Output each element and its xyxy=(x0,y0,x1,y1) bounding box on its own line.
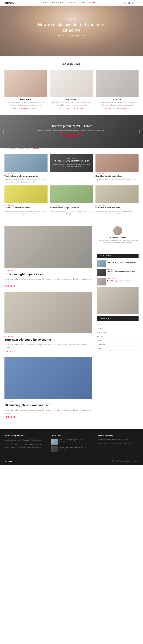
author-pinterest-icon[interactable]: p xyxy=(120,245,121,247)
post-excerpt-relationship: Lorem ipsum dolor sit amet, consectetur … xyxy=(52,163,91,168)
latest-post-thumb-1 xyxy=(97,260,106,267)
blogger-card-1: Dany Martin Quis ut enim ad minim quis n… xyxy=(4,70,47,109)
post-img-store xyxy=(96,186,138,203)
nav-link-categories[interactable]: Categories xyxy=(51,2,63,4)
breadcrumb-photography[interactable]: Photography xyxy=(8,148,16,149)
footer-latest-info-1: The 2016 world photography awards May 12… xyxy=(59,438,84,444)
post-title-fruitbar[interactable]: Fruit bar launches new flavor xyxy=(4,206,48,209)
menu-icon[interactable]: ☰ xyxy=(136,2,138,4)
scroll-down-icon[interactable]: ⌄ xyxy=(33,40,110,43)
post-title-store[interactable]: Our store is back and fresh xyxy=(96,206,138,209)
cart-icon[interactable]: 🛒 xyxy=(132,2,135,4)
nav-link-features[interactable]: Features xyxy=(66,2,76,4)
footer-thumb-2 xyxy=(51,446,58,452)
category-lifestyle[interactable]: Lifestyle xyxy=(97,326,138,330)
blogger-facebook-3[interactable]: Facebook xyxy=(112,108,121,109)
post-img-bluelight xyxy=(96,154,138,172)
blogger-facebook-2[interactable]: Facebook xyxy=(67,108,76,109)
blogger-twitter-3[interactable]: Twitter xyxy=(104,108,112,109)
hero-title: How to make people find you more attract… xyxy=(33,22,110,33)
nav-link-contact[interactable]: Contact xyxy=(88,2,97,4)
blogger-facebook-1[interactable]: Facebook xyxy=(21,108,30,109)
footer: Animos Blog Theme A sophisticated and re… xyxy=(0,429,143,466)
latest-post-info-2: Apr 24, 2016 The day I knew my relations… xyxy=(107,269,138,276)
author-instagram-icon[interactable]: in xyxy=(118,245,119,247)
nav-link-about[interactable]: About xyxy=(79,2,85,4)
post-title-mediterranean[interactable]: Mediterranean recipes we loved xyxy=(50,206,93,209)
large-post-date-bluelight: Apr 12, 2016 xyxy=(4,270,92,272)
category-travel[interactable]: Travel xyxy=(97,346,138,350)
promo-next-button[interactable]: ❯ xyxy=(138,130,141,133)
latest-post-info-1: May 12, 2016 The 2016 world photography … xyxy=(107,260,136,264)
footer-post-title-2[interactable]: The day I knew my relationship was over xyxy=(59,446,86,448)
latest-post-title-3[interactable]: How blue light impacts sleep xyxy=(107,280,130,282)
posts-top-grid-1: Apr 6, 2016 The 2016 world photography a… xyxy=(4,154,138,183)
blogger-bio-3: Quis ut enim ad minim quis nonstrud exer… xyxy=(96,101,138,106)
latest-post-title: Latest Post xyxy=(97,254,138,258)
large-post-title-trip[interactable]: Your next trip could be awesome xyxy=(4,338,92,342)
footer-col1-text: A sophisticated and refined Blogging Wor… xyxy=(4,438,46,442)
blogger-avatar-1 xyxy=(4,70,47,96)
footer-latest-item-1: The 2016 world photography awards May 12… xyxy=(51,438,92,444)
blogger-avatar-3 xyxy=(96,70,138,96)
post-overlay-content: Apr 8, 2016 The day I knew my relationsh… xyxy=(50,154,93,172)
category-sport[interactable]: Sport xyxy=(97,338,138,342)
blogger-avatar-2 xyxy=(50,70,93,96)
large-post-text-trip: Lorem ipsum dolor sit amet, consectetur … xyxy=(4,343,92,349)
navigation: ANIMOS Press Categories Features About C… xyxy=(0,0,143,6)
large-post-title-bluelight[interactable]: How blue light impacts sleep xyxy=(4,272,92,276)
category-technology[interactable]: Technology xyxy=(97,342,138,346)
footer-latest-info-2: The day I knew my relationship was over … xyxy=(59,446,86,452)
blogger-twitter-2[interactable]: Twitter xyxy=(59,108,66,109)
blogger-gplus-1[interactable]: Google+ xyxy=(31,108,38,109)
blogger-gplus-2[interactable]: Google+ xyxy=(77,108,84,109)
nav-link-press[interactable]: Press xyxy=(42,2,48,4)
author-facebook-icon[interactable]: f xyxy=(116,245,117,247)
category-photography[interactable]: Photography xyxy=(97,330,138,334)
large-post-trip: Apr 14, 2016 Your next trip could be awe… xyxy=(4,292,92,353)
breadcrumb-lifestyle[interactable]: Lifestyle xyxy=(64,19,71,20)
footer-comment-meta-1: Alex Doe On The 50 hottest cars of all t… xyxy=(97,442,138,444)
breadcrumb-gourmet[interactable]: Gourmet xyxy=(34,148,39,149)
nav-icons: 🔍 👤 🛒 ☰ xyxy=(124,2,138,4)
author-twitter-icon[interactable]: t xyxy=(114,245,115,247)
author-name: Alex Doe / Author xyxy=(110,237,126,239)
footer-post-title-1[interactable]: The 2016 world photography awards xyxy=(59,438,84,441)
promo-content: Discover premium WD Themes Cum sociis na… xyxy=(4,124,138,139)
footer-col1-title: Animos Blog Theme xyxy=(4,434,46,437)
breadcrumb-lifestyle[interactable]: Lifestyle xyxy=(18,148,24,149)
post-card-relationship: Apr 8, 2016 The day I knew my relationsh… xyxy=(50,154,93,183)
breadcrumb-recipes[interactable]: Recipes xyxy=(26,148,31,149)
post-excerpt-fruitbar: Lorem ipsum dolor sit amet, consectetur … xyxy=(4,210,48,215)
read-more-places[interactable]: Read more → xyxy=(4,416,17,418)
categories-list: Gourmet Lifestyle Photography Recipes Sp… xyxy=(97,322,138,350)
blogger-twitter-1[interactable]: Twitter xyxy=(13,108,20,109)
nav-logo[interactable]: ANIMOS xyxy=(4,2,14,4)
read-more-bluelight[interactable]: Read more → xyxy=(4,285,17,287)
read-more-trip[interactable]: Read more → xyxy=(4,351,17,352)
posts-grid-section-1: Apr 6, 2016 The 2016 world photography a… xyxy=(0,152,143,224)
hero-meta: Apr 12, 2016 By Matt Rodriguez 💬 2 xyxy=(33,35,110,36)
search-icon[interactable]: 🔍 xyxy=(124,2,126,4)
footer-copyright: © 2016 WD Themes | Powered by Animos xyxy=(111,460,138,462)
category-gourmet[interactable]: Gourmet xyxy=(97,322,138,326)
category-recipes[interactable]: Recipes xyxy=(97,334,138,338)
promo-read-more-button[interactable]: Read More xyxy=(62,134,81,139)
breadcrumb-beauty[interactable]: Beauty xyxy=(73,19,78,20)
latest-post-info-3: Apr 18, 2016 How blue light impacts slee… xyxy=(107,278,130,283)
nav-links: Press Categories Features About Contact xyxy=(42,2,97,4)
post-excerpt-photography: Lorem ipsum dolor sit amet, consectetur … xyxy=(4,178,48,183)
large-post-text-places: Lorem ipsum dolor sit amet, consectetur … xyxy=(4,408,92,415)
post-title-bluelight[interactable]: How blue light impacts sleep xyxy=(96,175,138,178)
category-breadcrumb: ⌂ / Photography / Lifestyle / Recipes / … xyxy=(0,148,143,149)
author-bio: Fugit unde omnis iste natus error sit vo… xyxy=(97,239,138,244)
blogger-bio-2: Quis ut enim ad minim quis nonstrud exer… xyxy=(50,101,93,106)
latest-post-title-1[interactable]: The 2016 world photography awards xyxy=(107,261,136,264)
post-title-photography[interactable]: The 2016 world photography awards xyxy=(4,175,48,178)
hero-author: By Matt Rodriguez xyxy=(68,35,80,36)
latest-post-title-2[interactable]: The day I knew my relationship was over xyxy=(107,270,138,275)
user-icon[interactable]: 👤 xyxy=(128,2,130,4)
footer-grid: Animos Blog Theme A sophisticated and re… xyxy=(4,434,138,454)
large-post-title-places[interactable]: 20 amazing places you can't see xyxy=(4,403,92,407)
blogger-gplus-3[interactable]: Google+ xyxy=(122,108,130,109)
